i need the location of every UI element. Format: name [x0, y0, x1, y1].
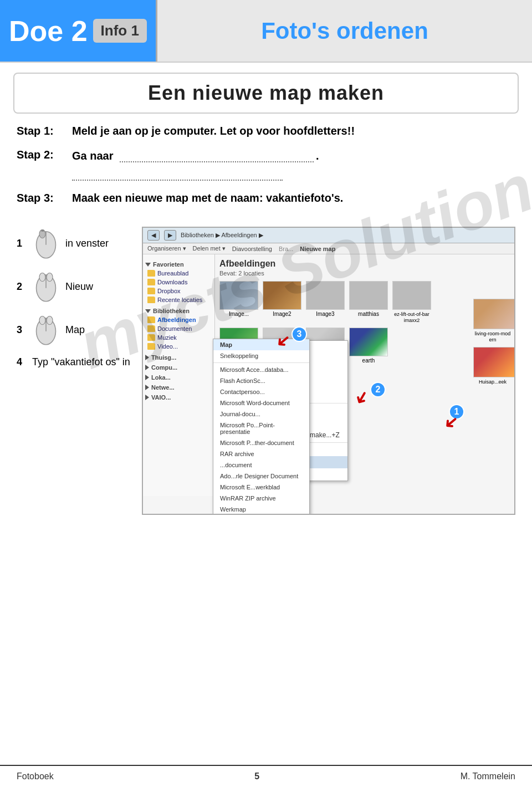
mouse-steps: 1 in venster 2 Nieuw 3: [17, 227, 133, 515]
ctx-winrar[interactable]: WinRAR ZIP archive: [213, 493, 215, 496]
breadcrumb: Bibliotheken ▶ Afbeeldingen ▶: [181, 232, 263, 239]
mouse-step-4: 4 Typ "vakantiefot os" in: [17, 356, 133, 368]
ctx-contact[interactable]: Contactpersoo...: [213, 386, 215, 397]
mouse-step-label-1: in venster: [65, 238, 109, 249]
vaio-section: VAIO...: [145, 394, 212, 401]
header: Doe 2 Info 1 Foto's ordenen: [0, 0, 532, 63]
ctx-rar[interactable]: RAR archive: [213, 448, 215, 459]
badge-3: 3: [291, 326, 307, 342]
ctx-map[interactable]: Map: [213, 339, 215, 350]
sidebar-muziek[interactable]: Muziek: [145, 333, 212, 342]
step-num-2: 2: [17, 281, 27, 293]
mouse-icon-1: [32, 227, 60, 260]
img-thumb-image3[interactable]: Image3: [306, 281, 345, 323]
ctx-flash[interactable]: Flash ActionSc...: [213, 375, 215, 386]
right-col-images: living-room-mod ern Huisap...eek: [473, 299, 512, 385]
mouse-icon-3: [32, 313, 60, 346]
explorer-toolbar: ◀ ▶ Bibliotheken ▶ Afbeeldingen ▶: [143, 228, 514, 243]
exp-sidebar: Favorieten Bureaublad Downloads Dropbox …: [143, 254, 215, 496]
netwerk-section: Netwe...: [145, 384, 212, 391]
ctx-designer[interactable]: Ado...rle Designer Document: [213, 471, 215, 482]
img-gray-thumb-ezlift: [392, 281, 431, 310]
step2-label: Stap 2:: [17, 149, 72, 161]
step1-label: Stap 1:: [17, 125, 72, 137]
action-slideshow[interactable]: Diavoorstelling: [232, 246, 272, 252]
mouse-icon-2: [32, 270, 60, 303]
sidebar-bureaublad[interactable]: Bureaublad: [145, 269, 212, 278]
step1-row: Stap 1: Meld je aan op je computer. Let …: [17, 125, 515, 137]
img-thumb-earth[interactable]: earth: [349, 328, 388, 364]
mouse-step-label-3: Map: [65, 324, 85, 336]
sidebar-downloads[interactable]: Downloads: [145, 278, 212, 287]
step3-area: 1 in venster 2 Nieuw 3: [0, 227, 532, 515]
img-room-thumb: [473, 299, 514, 329]
title-banner: Foto's ordenen: [156, 0, 532, 62]
steps-area: Stap 1: Meld je aan op je computer. Let …: [0, 119, 532, 221]
subtitle-text: Een nieuwe map maken: [148, 81, 384, 104]
mouse-step-3: 3 Map: [17, 313, 133, 346]
ctx-powerpoint[interactable]: Microsoft Po...Point-presentatie: [213, 420, 215, 437]
svg-point-6: [39, 273, 45, 281]
svg-rect-3: [41, 229, 44, 231]
step2-row: Stap 2: Ga naar .: [17, 149, 515, 181]
step3-label: Stap 3:: [17, 192, 72, 205]
doe-label: Doe 2: [9, 14, 88, 48]
explorer-screenshot: ◀ ▶ Bibliotheken ▶ Afbeeldingen ▶ Organi…: [142, 227, 515, 515]
mouse-step-2: 2 Nieuw: [17, 270, 133, 303]
libraries-section: Bibliotheken Afbeeldingen Documenten Muz…: [145, 308, 212, 351]
img-thumb-livingroom[interactable]: living-room-mod ern: [473, 299, 512, 343]
mouse-step-1: 1 in venster: [17, 227, 133, 260]
footer-page: 5: [254, 771, 259, 781]
step1-content: Meld je aan op je computer. Let op voor …: [72, 125, 515, 137]
step2-dotted-line2: [72, 167, 283, 181]
footer: Fotoboek 5 M. Tommelein: [0, 765, 532, 787]
exp-main-title: Afbeeldingen: [219, 259, 510, 269]
ctx-word[interactable]: Microsoft Word-document: [213, 397, 215, 408]
action-share[interactable]: Delen met ▾: [193, 245, 226, 252]
subtitle-box: Een nieuwe map maken: [13, 73, 519, 114]
action-brand: Bra...: [279, 246, 293, 252]
img-thumb-image1[interactable]: Image...: [219, 281, 258, 323]
footer-left: Fotoboek: [17, 771, 54, 781]
mouse-step-label-2: Nieuw: [65, 281, 93, 293]
action-organize[interactable]: Organiseren ▾: [147, 245, 186, 252]
step3-content: Maak een nieuwe map met de naam: vakanti…: [72, 192, 515, 205]
nav-back-btn[interactable]: ◀: [147, 230, 160, 241]
sidebar-afbeeldingen[interactable]: Afbeeldingen: [145, 315, 212, 324]
img-thumb-matthias[interactable]: matthias: [349, 281, 388, 323]
img-thumb-image2[interactable]: Image2: [263, 281, 301, 323]
svg-point-11: [47, 316, 53, 324]
doe-badge: Doe 2 Info 1: [0, 0, 156, 62]
action-new-folder[interactable]: Nieuwe map: [300, 246, 335, 252]
sidebar-video[interactable]: Video...: [145, 342, 212, 351]
step-num-3: 3: [17, 324, 27, 336]
ctx-excel[interactable]: Microsoft E...werkblad: [213, 482, 215, 493]
footer-right: M. Tommelein: [461, 771, 515, 781]
mouse-step-label-4: Typ "vakantiefot os" in: [32, 356, 130, 368]
step-num-4: 4: [17, 356, 27, 368]
img-gray-thumb-3: [306, 281, 345, 310]
ctx-publisher[interactable]: Microsoft P...ther-document: [213, 437, 215, 448]
step-num-1: 1: [17, 238, 27, 249]
ctx-snelkoppeling[interactable]: Snelkoppeling: [213, 350, 215, 361]
image-grid-row1: Image... Image2 Image3 matthias: [219, 281, 510, 323]
nav-fwd-btn[interactable]: ▶: [164, 230, 176, 241]
ctx-access[interactable]: Microsoft Acce...databa...: [213, 364, 215, 375]
exp-actions-bar: Organiseren ▾ Delen met ▾ Diavoorstellin…: [143, 243, 514, 254]
img-thumb-huisap[interactable]: Huisap...eek: [473, 347, 512, 385]
svg-point-10: [39, 316, 45, 324]
exp-main-subtitle: Bevat: 2 locaties: [219, 270, 510, 277]
img-gray-thumb-matthias: [349, 281, 388, 310]
step2-dotted-line: [120, 149, 314, 162]
img-brown-thumb: [263, 281, 301, 310]
sidebar-recente[interactable]: Recente locaties: [145, 295, 212, 304]
step3-row: Stap 3: Maak een nieuwe map met de naam:…: [17, 192, 515, 205]
sidebar-dropbox[interactable]: Dropbox: [145, 287, 212, 295]
ctx-doc[interactable]: ...document: [213, 459, 215, 471]
sidebar-documenten[interactable]: Documenten: [145, 324, 212, 333]
svg-point-7: [47, 273, 53, 281]
favorites-section: Favorieten Bureaublad Downloads Dropbox …: [145, 261, 212, 304]
ctx-journal[interactable]: Journal-docu...: [213, 408, 215, 420]
img-thumb-ezlift[interactable]: ez-lift-out-of-bar imaxx2: [392, 281, 431, 323]
img-city-thumb: [219, 281, 258, 310]
